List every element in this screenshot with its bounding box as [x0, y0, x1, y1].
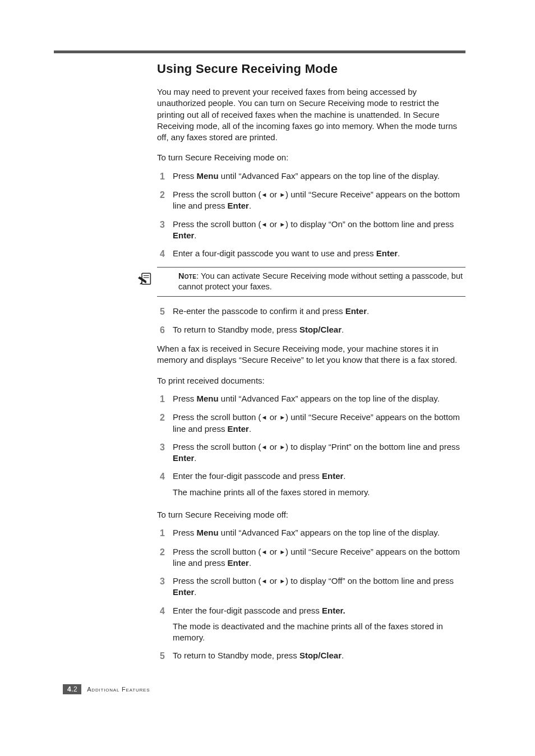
- step-text: Re-enter the passcode to confirm it and …: [173, 306, 345, 316]
- step-body: Press the scroll button (◄ or ►) until “…: [173, 412, 465, 435]
- triangle-left-icon: ◄: [261, 191, 268, 199]
- triangle-right-icon: ►: [279, 548, 285, 556]
- step-number: 2: [157, 412, 165, 435]
- triangle-right-icon: ►: [279, 413, 285, 422]
- after-on-paragraph: When a fax is received in Secure Receivi…: [157, 343, 465, 366]
- step-text: To return to Standby mode, press: [173, 325, 299, 334]
- step-body: To return to Standby mode, press Stop/Cl…: [173, 324, 465, 336]
- step-body: Press Menu until “Advanced Fax” appears …: [173, 393, 465, 405]
- note-text: : You can activate Secure Receiving mode…: [178, 271, 463, 292]
- step-subtext: The mode is deactivated and the machine …: [173, 621, 465, 644]
- page-footer: 4.2 Additional Features: [63, 684, 150, 694]
- step-text: ) to display “Print” on the bottom line …: [285, 442, 460, 451]
- section-heading: Using Secure Receiving Mode: [157, 62, 465, 76]
- step-number: 3: [157, 575, 165, 598]
- step-text: .: [194, 231, 196, 240]
- step-number: 1: [157, 393, 165, 405]
- step-number: 5: [157, 306, 165, 318]
- note-label: Note: [178, 271, 196, 280]
- step-key: Menu: [197, 394, 219, 403]
- step-text: Press the scroll button (: [173, 219, 261, 229]
- step-item: 4 Enter a four-digit passcode you want t…: [157, 248, 465, 260]
- triangle-left-icon: ◄: [261, 577, 268, 586]
- step-item: 1 Press Menu until “Advanced Fax” appear…: [157, 527, 465, 540]
- step-text: Press the scroll button (: [173, 576, 261, 586]
- step-body: Press the scroll button (◄ or ►) to disp…: [173, 441, 465, 464]
- step-number: 1: [157, 527, 165, 540]
- header-rule: [54, 50, 465, 53]
- steps-print: 1 Press Menu until “Advanced Fax” appear…: [157, 393, 465, 498]
- step-body: Enter the four-digit passcode and press …: [173, 605, 465, 644]
- step-text: ) to display “On” on the bottom line and…: [285, 219, 454, 229]
- step-text: Press: [173, 171, 197, 181]
- step-key: Enter: [228, 201, 249, 210]
- step-text: or: [267, 190, 279, 199]
- step-text: until “Advanced Fax” appears on the top …: [219, 528, 440, 537]
- step-text: or: [267, 219, 279, 229]
- step-text: Press the scroll button (: [173, 190, 261, 199]
- step-item: 3 Press the scroll button (◄ or ►) to di…: [157, 575, 465, 598]
- document-page: Using Secure Receiving Mode You may need…: [0, 0, 535, 756]
- step-text: Press the scroll button (: [173, 442, 261, 451]
- step-item: 2 Press the scroll button (◄ or ►) until…: [157, 412, 465, 435]
- step-text: Enter the four-digit passcode and press: [173, 471, 322, 481]
- step-number: 4: [157, 248, 165, 260]
- step-item: 2 Press the scroll button (◄ or ►) until…: [157, 189, 465, 212]
- step-key: Stop/Clear: [299, 651, 342, 660]
- step-item: 4 Enter the four-digit passcode and pres…: [157, 605, 465, 644]
- page-number: .2: [71, 685, 77, 693]
- triangle-right-icon: ►: [279, 577, 285, 586]
- step-text: .: [342, 651, 344, 660]
- step-number: 3: [157, 441, 165, 464]
- step-number: 3: [157, 219, 165, 242]
- steps-turn-on-continued: 5 Re-enter the passcode to confirm it an…: [157, 306, 465, 336]
- page-number-badge: 4.2: [63, 684, 81, 694]
- step-body: Press the scroll button (◄ or ►) to disp…: [173, 219, 465, 242]
- step-text: Enter a four-digit passcode you want to …: [173, 248, 376, 258]
- step-number: 2: [157, 189, 165, 212]
- intro-paragraph: You may need to prevent your received fa…: [157, 86, 465, 143]
- step-text: .: [342, 325, 344, 334]
- triangle-left-icon: ◄: [261, 413, 268, 422]
- triangle-left-icon: ◄: [261, 443, 268, 451]
- step-number: 4: [157, 605, 165, 644]
- step-text: ) to display “Off” on the bottom line an…: [285, 576, 454, 586]
- step-text: .: [194, 453, 196, 463]
- step-key: Enter: [173, 587, 194, 597]
- steps-turn-on: 1 Press Menu until “Advanced Fax” appear…: [157, 170, 465, 260]
- step-text: .: [249, 201, 251, 210]
- step-text: .: [249, 558, 251, 568]
- step-text: Press: [173, 394, 197, 403]
- step-item: 3 Press the scroll button (◄ or ►) to di…: [157, 441, 465, 464]
- note-icon: [138, 271, 154, 287]
- step-item: 6 To return to Standby mode, press Stop/…: [157, 324, 465, 336]
- step-key: Enter: [345, 306, 367, 316]
- step-body: Re-enter the passcode to confirm it and …: [173, 306, 465, 318]
- step-text: .: [367, 306, 369, 316]
- step-body: Enter a four-digit passcode you want to …: [173, 248, 465, 260]
- step-key: Enter: [376, 248, 398, 258]
- step-body: Press Menu until “Advanced Fax” appears …: [173, 527, 465, 540]
- step-body: Press the scroll button (◄ or ►) until “…: [173, 546, 465, 569]
- lead-print: To print received documents:: [157, 375, 465, 386]
- step-text: until “Advanced Fax” appears on the top …: [219, 171, 440, 181]
- step-subtext: The machine prints all of the faxes stor…: [173, 487, 465, 498]
- step-text: .: [249, 424, 251, 434]
- step-number: 5: [157, 650, 165, 662]
- step-item: 1 Press Menu until “Advanced Fax” appear…: [157, 170, 465, 183]
- step-key: Menu: [197, 171, 219, 181]
- step-key: Enter: [228, 424, 249, 434]
- step-text: .: [194, 587, 196, 597]
- step-number: 6: [157, 324, 165, 336]
- step-text: or: [267, 442, 279, 451]
- step-text: Press: [173, 528, 197, 537]
- step-key: Enter.: [322, 606, 345, 615]
- step-text: or: [267, 576, 279, 586]
- triangle-left-icon: ◄: [261, 220, 268, 229]
- triangle-right-icon: ►: [279, 191, 285, 199]
- lead-turn-on: To turn Secure Receiving mode on:: [157, 152, 465, 163]
- step-body: Press Menu until “Advanced Fax” appears …: [173, 170, 465, 183]
- step-item: 4 Enter the four-digit passcode and pres…: [157, 471, 465, 498]
- steps-turn-off: 1 Press Menu until “Advanced Fax” appear…: [157, 527, 465, 662]
- step-key: Stop/Clear: [299, 325, 342, 334]
